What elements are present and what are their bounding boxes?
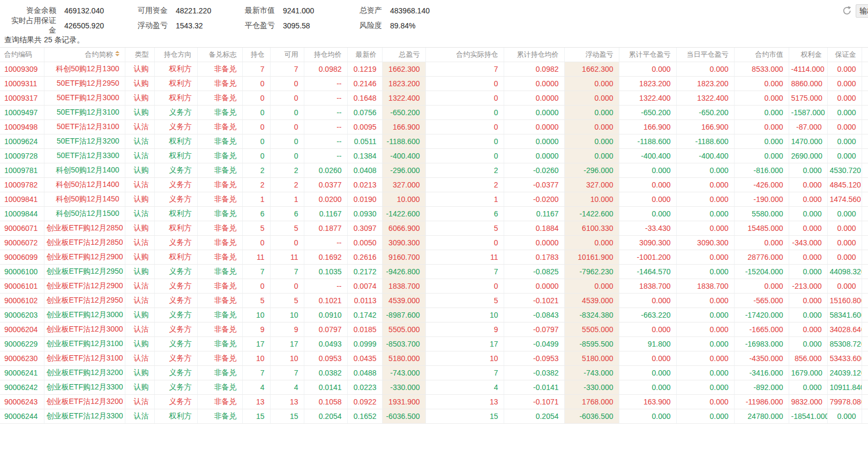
table-row[interactable]: 10009782科创50沽12月1400认沽义务方非备兑220.03770.02… [0,178,868,192]
column-header-floating-pl: 浮动盈亏 [564,48,619,62]
premium-cell: 2690.000 [789,149,827,163]
table-row[interactable]: 1000931750ETF购12月3000认购权利方非备兑00--0.16481… [0,91,868,106]
market-value-cell: 0.000 [734,134,789,149]
summary-item-balance: 资金余额 469132.040 [4,6,136,16]
market-value-cell: 24780.000 [734,409,789,424]
actual-position-cell: 7 [425,62,504,77]
cum-avg-price-cell: 0.0000 [504,279,564,294]
premium-cell: 1470.000 [789,134,827,149]
avg-price-cell: 0.1021 [304,294,347,308]
last-price-cell: 0.1742 [347,308,382,322]
avg-price-cell: -- [304,134,347,149]
covered-flag-cell: 非备兑 [197,77,242,91]
table-row[interactable]: 1000949850ETF沽12月3100认沽义务方非备兑00--0.00951… [0,120,868,134]
table-row[interactable]: 10009309科创50购12月1300认购权利方非备兑770.09820.12… [0,62,868,77]
table-row[interactable]: 90006242创业板ETF购12月3300认购义务方非备兑440.01410.… [0,380,868,395]
table-row[interactable]: 90006101创业板ETF沽12月2900认沽义务方非备兑00--0.0074… [0,279,868,294]
margin-cell: 0.000 [827,409,862,424]
day-close-pl-cell: 0.000 [676,62,734,77]
total-pl-cell: 1931.900 [382,395,425,409]
option-type-cell: 认购 [125,221,154,236]
total-pl-cell: -9426.800 [382,265,425,279]
contract-code-cell: 10009498 [0,120,44,134]
position-cell: 6 [242,207,270,221]
contract-name-cell: 创业板ETF沽12月2900 [44,279,125,294]
table-row[interactable]: 90006100创业板ETF购12月2950认购义务方非备兑770.10350.… [0,265,868,279]
option-type-cell: 认购 [125,265,154,279]
avg-price-cell: -- [304,120,347,134]
last-price-cell: 0.0190 [347,192,382,207]
day-close-pl-cell: 0.000 [676,308,734,322]
floating-pl-cell: -743.000 [564,366,619,380]
column-header-contract-name[interactable]: 合约简称 [44,48,125,62]
table-row[interactable]: 1000949750ETF购12月3100认购义务方非备兑00--0.0756-… [0,106,868,120]
covered-flag-cell: 非备兑 [197,308,242,322]
contract-name-cell: 科创50购12月1300 [44,62,125,77]
floating-pl-cell: 5505.000 [564,322,619,337]
row-edge-cell [862,236,868,250]
covered-flag-cell: 非备兑 [197,91,242,106]
table-row[interactable]: 10009781科创50购12月1400认购义务方非备兑220.02600.04… [0,163,868,178]
option-type-cell: 认购 [125,250,154,265]
column-header-last-price: 最新价 [347,48,382,62]
table-row[interactable]: 90006204创业板ETF沽12月3000认沽义务方非备兑990.07970.… [0,322,868,337]
day-close-pl-cell: 1823.200 [676,77,734,91]
export-button[interactable]: 输出 [856,4,868,18]
covered-flag-cell: 非备兑 [197,163,242,178]
refresh-button[interactable] [841,5,853,17]
table-row[interactable]: 1000931150ETF购12月2950认购权利方非备兑00--0.21461… [0,77,868,91]
market-value-cell: -15204.000 [734,265,789,279]
margin-cell: 15160.800 [827,294,862,308]
actual-position-cell: 10 [425,351,504,366]
table-row[interactable]: 90006099创业板ETF购12月2900认购权利方非备兑11110.1692… [0,250,868,265]
cum-close-pl-cell: 163.900 [619,395,676,409]
total-pl-cell: 327.000 [382,178,425,192]
table-row[interactable]: 10009844科创50沽12月1500认沽权利方非备兑660.11670.09… [0,207,868,221]
table-row[interactable]: 90006244创业板ETF沽12月3300认沽权利方非备兑15150.2054… [0,409,868,424]
avg-price-cell: 0.0910 [304,308,347,322]
contract-name-cell: 50ETF沽12月3100 [44,120,125,134]
actual-position-cell: 9 [425,322,504,337]
margin-cell: 0.000 [827,120,862,134]
table-row[interactable]: 90006241创业板ETF购12月3200认购义务方非备兑770.03820.… [0,366,868,380]
market-value-cell: -4350.000 [734,351,789,366]
table-row[interactable]: 90006229创业板ETF购12月3100认购义务方非备兑17170.0493… [0,337,868,351]
floating-pl-cell: -1422.600 [564,207,619,221]
table-row[interactable]: 90006102创业板ETF沽12月2950认沽义务方非备兑550.10210.… [0,294,868,308]
sort-icon[interactable] [115,51,119,56]
day-close-pl-cell: 0.000 [676,265,734,279]
row-edge-cell [862,91,868,106]
option-type-cell: 认沽 [125,409,154,424]
contract-name-cell: 创业板ETF购12月3200 [44,366,125,380]
available-cell: 0 [270,236,304,250]
cum-avg-price-cell: -0.1071 [504,395,564,409]
cum-close-pl-cell: 1322.400 [619,91,676,106]
last-price-cell: 0.2172 [347,265,382,279]
total-pl-cell: 6066.900 [382,221,425,236]
option-type-cell: 认购 [125,366,154,380]
table-row[interactable]: 1000962450ETF沽12月3200认沽权利方非备兑00--0.0511-… [0,134,868,149]
contract-name-cell: 50ETF沽12月3200 [44,134,125,149]
actual-position-cell: 0 [425,120,504,134]
cum-avg-price-cell: 0.1783 [504,250,564,265]
option-type-cell: 认购 [125,62,154,77]
option-type-cell: 认沽 [125,207,154,221]
premium-cell: 0.000 [789,163,827,178]
premium-cell: 9832.000 [789,395,827,409]
avg-price-cell: -- [304,106,347,120]
day-close-pl-cell: 0.000 [676,395,734,409]
contract-name-cell: 科创50沽12月1400 [44,178,125,192]
floating-pl-cell: 0.000 [564,134,619,149]
avg-price-cell: 0.0493 [304,337,347,351]
table-row[interactable]: 90006071创业板ETF购12月2850认购权利方非备兑550.18770.… [0,221,868,236]
table-row[interactable]: 1000972850ETF沽12月3300认沽权利方非备兑00--0.1384-… [0,149,868,163]
avg-price-cell: 0.1167 [304,207,347,221]
covered-flag-cell: 非备兑 [197,120,242,134]
day-close-pl-cell: 0.000 [676,366,734,380]
position-side-cell: 权利方 [154,409,197,424]
table-row[interactable]: 10009841科创50购12月1450认购义务方非备兑110.02000.01… [0,192,868,207]
table-row[interactable]: 90006072创业板ETF沽12月2850认沽义务方非备兑00--0.0050… [0,236,868,250]
table-row[interactable]: 90006230创业板ETF沽12月3100认沽义务方非备兑10100.0953… [0,351,868,366]
table-row[interactable]: 90006203创业板ETF购12月3000认购义务方非备兑10100.0910… [0,308,868,322]
table-row[interactable]: 90006243创业板ETF沽12月3200认沽义务方非备兑13130.1058… [0,395,868,409]
